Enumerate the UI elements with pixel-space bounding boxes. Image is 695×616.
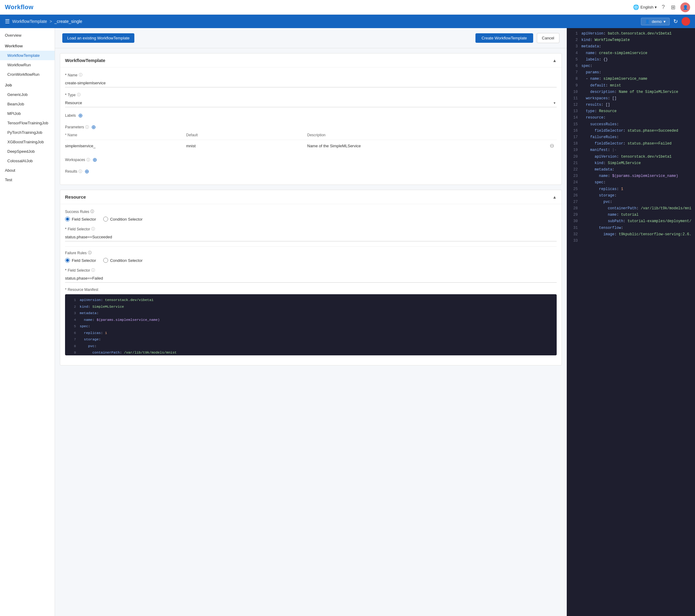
code-line: 15 successRules: <box>567 121 695 128</box>
sidebar-item-beam-job[interactable]: BeamJob <box>0 99 55 109</box>
sidebar-item-mpi-job[interactable]: MPIJob <box>0 109 55 118</box>
sidebar-item-deepspeed-job[interactable]: DeepSpeedJob <box>0 147 55 156</box>
failure-field-selector-radio[interactable] <box>65 258 70 263</box>
code-line: 3metadata: <box>567 44 695 50</box>
labels-field-group: Labels ⊕ <box>65 112 557 119</box>
main-content: Load an existing WorkflowTemplate Create… <box>55 28 567 616</box>
type-select[interactable]: Resource <box>65 99 557 107</box>
menu-icon[interactable]: ☰ <box>5 18 10 25</box>
code-line: 11 workspaces: [] <box>567 95 695 102</box>
code-line: 4 name: create-simplemlservice <box>567 50 695 56</box>
code-line: 8 - name: simplemlservice_name <box>567 76 695 82</box>
refresh-button[interactable]: ↻ <box>672 17 679 26</box>
failure-rules-radio-group: Field Selector Condition Selector <box>65 258 557 263</box>
sidebar-item-cron-workflow-run[interactable]: CronWorkflowRun <box>0 70 55 79</box>
add-label-button[interactable]: ⊕ <box>77 112 84 119</box>
workflow-template-card-body: * Name ⓘ * Type ⓘ Resource <box>60 68 562 185</box>
code-line: 14 resource: <box>567 115 695 121</box>
code-line: 28 containerPath: /var/lib/t9k/models/mn… <box>567 205 695 212</box>
resource-manifest-editor[interactable]: 1apiVersion: tensorstack.dev/v1beta1 2ki… <box>65 294 557 355</box>
code-line: 16 fieldSelector: status.phase==Succeede… <box>567 128 695 134</box>
success-condition-selector-option[interactable]: Condition Selector <box>103 217 142 221</box>
type-select-wrapper: Resource ▾ <box>65 99 557 107</box>
sidebar-item-colossal-ai-job[interactable]: ColossalAIJob <box>0 156 55 166</box>
field-selector-label: Field Selector <box>72 217 96 221</box>
sidebar-item-workflow-template[interactable]: WorkflowTemplate <box>0 51 55 60</box>
success-field-selector-group: * Field Selector ⓘ <box>65 227 557 242</box>
code-line: 10 description: Name of the SimpleMLServ… <box>567 89 695 95</box>
workflow-template-card-title: WorkflowTemplate <box>65 58 105 63</box>
parameters-table: * Name Default Description simplemlservi… <box>65 132 557 152</box>
results-field-group: Results ⓘ ⊕ <box>65 168 557 175</box>
chevron-down-icon: ▾ <box>663 19 666 24</box>
help-button[interactable]: ? <box>661 3 666 12</box>
type-label: * Type ⓘ <box>65 92 557 98</box>
resource-card-header: Resource ▲ <box>60 190 562 204</box>
add-parameter-button[interactable]: ⊕ <box>90 124 97 131</box>
code-line: 7 storage: <box>65 336 557 343</box>
remove-param-button[interactable]: ⊖ <box>547 143 557 149</box>
failure-field-selector-info-icon: ⓘ <box>91 268 95 273</box>
language-selector[interactable]: 🌐 English ▾ <box>633 4 657 10</box>
breadcrumb: ☰ WorkflowTemplate > _create_single <box>5 18 82 25</box>
sidebar-item-workflow-run[interactable]: WorkflowRun <box>0 60 55 70</box>
success-field-selector-option[interactable]: Field Selector <box>65 217 96 221</box>
collapse-icon[interactable]: ▲ <box>553 58 557 63</box>
code-line: 7 params: <box>567 69 695 76</box>
sidebar-item-pytorch-job[interactable]: PyTorchTrainingJob <box>0 128 55 137</box>
sidebar-item-generic-job[interactable]: GenericJob <box>0 90 55 99</box>
param-name-cell: simplemlservice_ <box>65 144 184 148</box>
sidebar-item-test[interactable]: Test <box>0 175 55 185</box>
code-line: 20 apiVersion: tensorstack.dev/v1beta1 <box>567 154 695 160</box>
notification-dot[interactable] <box>681 17 690 26</box>
success-rules-group: Success Rules ⓘ Field Selector Condition… <box>65 209 557 221</box>
workflow-template-card: WorkflowTemplate ▲ * Name ⓘ * <box>60 53 562 185</box>
sidebar-item-overview[interactable]: Overview <box>0 31 55 40</box>
grid-button[interactable]: ⊞ <box>669 3 677 12</box>
code-line: 26 storage: <box>567 193 695 199</box>
param-description-cell: Name of the SimpleMLService <box>307 144 544 148</box>
table-row: simplemlservice_ mnist Name of the Simpl… <box>65 140 557 152</box>
condition-selector-label: Condition Selector <box>110 217 142 221</box>
resource-card-title: Resource <box>65 194 86 200</box>
yaml-preview-panel: 1apiVersion: batch.tensorstack.dev/v1bet… <box>567 28 695 616</box>
sidebar-item-about[interactable]: About <box>0 166 55 175</box>
parameters-field-group: Parameters ⓘ ⊕ * Name Default Descriptio… <box>65 124 557 152</box>
failure-field-selector-label: * Field Selector ⓘ <box>65 268 557 273</box>
add-result-button[interactable]: ⊕ <box>83 168 90 175</box>
avatar[interactable]: 👤 <box>680 2 690 12</box>
code-line: 30 subPath: tutorial-examples/deployment… <box>567 218 695 224</box>
resource-collapse-icon[interactable]: ▲ <box>553 195 557 200</box>
workspaces-info-icon: ⓘ <box>86 157 90 163</box>
code-line: 27 pvc: <box>567 199 695 205</box>
name-input[interactable] <box>65 79 557 87</box>
breadcrumb-workflow-template[interactable]: WorkflowTemplate <box>12 19 47 24</box>
top-nav-right: 🌐 English ▾ ? ⊞ 👤 <box>633 2 690 12</box>
params-header: * Name Default Description <box>65 132 557 140</box>
app-logo: Workflow <box>5 4 34 11</box>
success-condition-selector-radio[interactable] <box>103 217 108 221</box>
sidebar-item-xgboost-job[interactable]: XGBoostTrainingJob <box>0 137 55 147</box>
demo-selector[interactable]: 👤 demo ▾ <box>641 18 669 26</box>
create-template-button[interactable]: Create WorkflowTemplate <box>475 33 533 43</box>
cancel-button[interactable]: Cancel <box>537 33 559 43</box>
add-workspace-button[interactable]: ⊕ <box>91 156 98 163</box>
load-template-button[interactable]: Load an existing WorkflowTemplate <box>62 33 134 43</box>
code-line: 6spec: <box>567 63 695 69</box>
success-field-selector-label: * Field Selector ⓘ <box>65 227 557 232</box>
failure-field-selector-option[interactable]: Field Selector <box>65 258 96 263</box>
failure-condition-selector-radio[interactable] <box>103 258 108 263</box>
resource-card: Resource ▲ Success Rules ⓘ Field Selecto… <box>60 190 562 365</box>
name-label: * Name ⓘ <box>65 72 557 78</box>
workflow-template-card-header: WorkflowTemplate ▲ <box>60 53 562 68</box>
success-field-selector-input[interactable] <box>65 233 557 242</box>
name-info-icon: ⓘ <box>79 72 82 78</box>
failure-field-selector-input[interactable] <box>65 274 557 283</box>
failure-condition-selector-option[interactable]: Condition Selector <box>103 258 142 263</box>
code-line: 31 tensorflow: <box>567 225 695 231</box>
code-line: 3metadata: <box>65 310 557 317</box>
success-field-selector-radio[interactable] <box>65 217 70 221</box>
code-line: 2kind: SimpleMLService <box>65 303 557 310</box>
failure-condition-selector-label: Condition Selector <box>110 258 142 263</box>
sidebar-item-tensorflow-job[interactable]: TensorFlowTrainingJob <box>0 118 55 128</box>
